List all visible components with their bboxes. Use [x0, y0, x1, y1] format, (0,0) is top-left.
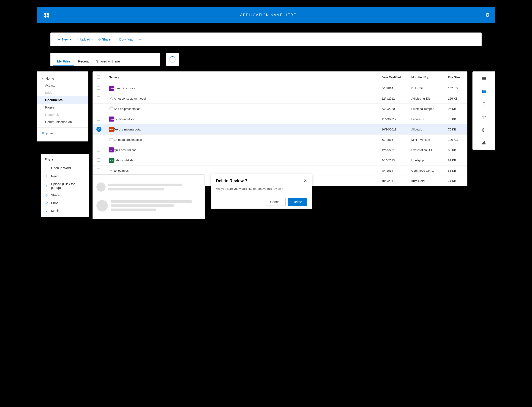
- table-row[interactable]: XLSLaboris nisi.xlsx4/16/2013Ut Aliquip8…: [93, 155, 467, 165]
- table-row[interactable]: ✓PPTDolore magna.potx10/10/2013Aliqua Ut…: [93, 124, 467, 135]
- more-button[interactable]: ···: [137, 36, 143, 43]
- row-date: 5/7/2016: [378, 135, 408, 145]
- table-row[interactable]: XSNLorem ipsum.xsn8/1/2014Dolor Sit102 K…: [93, 83, 467, 94]
- row-checkbox[interactable]: [93, 135, 105, 145]
- svg-text:PPT: PPT: [110, 129, 113, 131]
- row-checkbox[interactable]: [93, 155, 105, 165]
- table-row[interactable]: Enim ad.presentation5/7/2016Minim Veniam…: [93, 135, 467, 145]
- menu-lines-icon[interactable]: [480, 74, 488, 83]
- row-date: 12/25/2016: [378, 145, 408, 155]
- row-checkbox[interactable]: ✓: [93, 124, 105, 135]
- sidebar-item-communication[interactable]: Communication an...: [37, 118, 88, 126]
- sidebar-item-activity[interactable]: Activity: [37, 82, 88, 89]
- context-menu-new[interactable]: ＋ New: [41, 172, 89, 180]
- svg-point-41: [484, 105, 484, 106]
- code-braces-icon[interactable]: {}: [480, 126, 488, 134]
- sidebar-item-documents[interactable]: Documents: [37, 96, 88, 104]
- row-date: 10/6/2017: [378, 176, 408, 186]
- dialog-close-button[interactable]: ✕: [304, 178, 307, 183]
- delete-review-dialog: Delete Review ? ✕ Are you sure you would…: [211, 174, 312, 209]
- svg-rect-45: [483, 142, 484, 144]
- share-button[interactable]: ⎋ Share: [96, 36, 112, 43]
- upload-button[interactable]: ↑ Upload ▾: [75, 36, 95, 43]
- row-checkbox[interactable]: [93, 94, 105, 104]
- new-button[interactable]: ＋ New ▾: [55, 36, 73, 43]
- download-button[interactable]: ↓ Download: [114, 36, 135, 43]
- row-name[interactable]: XLSLaboris nisi.xlsx: [105, 155, 378, 165]
- row-modby: Adipiscing Elit: [408, 94, 444, 104]
- sidebar-item-pages[interactable]: Pages: [37, 104, 88, 111]
- table-row[interactable]: 1NQuis nostrud.one12/25/2016Exercitation…: [93, 145, 467, 155]
- sidebar-divider: [37, 127, 88, 128]
- preview-lines-2: [111, 200, 201, 211]
- col-date[interactable]: Date Modified: [378, 72, 408, 83]
- col-modby[interactable]: Modified By: [408, 72, 444, 83]
- check-icon: ✓: [96, 127, 102, 132]
- cancel-button[interactable]: Cancel: [265, 198, 286, 206]
- list-detail-icon[interactable]: [480, 87, 488, 95]
- preview-avatar-1: [96, 182, 106, 192]
- context-menu-share[interactable]: ⎋ Share: [41, 191, 89, 199]
- share-small-icon: ⎋: [45, 193, 49, 197]
- svg-point-0: [44, 13, 47, 15]
- row-name[interactable]: XSNIncididunt ut.xsn: [105, 114, 378, 124]
- svg-point-2: [44, 15, 47, 18]
- sidebar-item-news[interactable]: ⊞ News: [37, 130, 88, 138]
- row-checkbox[interactable]: [93, 104, 105, 114]
- upload-label: Upload: [80, 38, 90, 41]
- row-checkbox[interactable]: [93, 145, 105, 155]
- settings-icon[interactable]: ⚙: [485, 12, 490, 18]
- svg-point-1: [47, 13, 49, 15]
- file-chevron-icon: ▾: [52, 158, 53, 161]
- tab-recent[interactable]: Recent: [74, 57, 93, 66]
- row-name[interactable]: 1NQuis nostrud.one: [105, 145, 378, 155]
- sidebar-home[interactable]: ∧ Home: [37, 75, 88, 82]
- row-size: 68 KB: [444, 145, 467, 155]
- context-menu-open-word[interactable]: ⊞ Open in Word: [41, 164, 89, 172]
- tab-my-files[interactable]: My Files: [53, 57, 74, 66]
- preview-line-2a: [111, 200, 192, 203]
- context-menu-upload[interactable]: ↑ Upload (Click for popup): [41, 180, 89, 191]
- table-row[interactable]: XSNIncididunt ut.xsn11/23/2012Labore Et7…: [93, 114, 467, 124]
- col-size[interactable]: File Size: [444, 72, 467, 83]
- row-modby: Commodo Con...: [408, 165, 444, 176]
- row-checkbox[interactable]: [93, 165, 105, 176]
- upload-small-icon: ↑: [45, 184, 49, 188]
- svg-rect-20: [110, 139, 113, 141]
- col-name[interactable]: Name ↑: [105, 72, 378, 83]
- svg-rect-10: [97, 107, 100, 110]
- row-date: 12/4/2012: [378, 94, 408, 104]
- file-label: File: [45, 158, 50, 161]
- svg-point-3: [47, 15, 49, 18]
- row-size: 100 KB: [444, 135, 467, 145]
- svg-rect-11: [109, 106, 114, 111]
- row-name[interactable]: PPTDolore magna.potx: [105, 124, 378, 135]
- chart-icon[interactable]: [480, 139, 488, 147]
- svg-rect-35: [482, 90, 483, 91]
- context-menu-music[interactable]: ♪ Music: [41, 207, 89, 215]
- table-row[interactable]: Sed do.presentation5/20/2020Eiusmod Temp…: [93, 104, 467, 114]
- row-size: 126 KB: [444, 94, 467, 104]
- row-date: 4/4/2014: [378, 165, 408, 176]
- more-icon: ···: [139, 38, 142, 41]
- row-checkbox[interactable]: [93, 114, 105, 124]
- file-panel: Name ↑ Date Modified Modified By File Si…: [93, 71, 468, 186]
- preview-line-2c: [111, 209, 156, 211]
- phone-icon[interactable]: [480, 100, 488, 108]
- context-menu-print[interactable]: ⎙ Print: [41, 199, 89, 207]
- col-checkbox: [93, 72, 105, 83]
- svg-text:XSN: XSN: [110, 87, 114, 90]
- sidebar-home-label: Home: [46, 77, 54, 80]
- row-name[interactable]: Enim ad.presentation: [105, 135, 378, 145]
- wifi-icon[interactable]: [480, 113, 488, 121]
- context-menu-header[interactable]: File ▾: [41, 156, 89, 163]
- delete-button[interactable]: Delete: [288, 198, 307, 206]
- row-name[interactable]: Sed do.presentation: [105, 104, 378, 114]
- row-modby: Dolor Sit: [408, 83, 444, 94]
- table-row[interactable]: Amet consectetur.model12/4/2012Adipiscin…: [93, 94, 467, 104]
- top-bar: APPLICATION NAME HERE ⚙: [37, 7, 495, 23]
- row-checkbox[interactable]: [93, 83, 105, 94]
- row-name[interactable]: Amet consectetur.model: [105, 94, 378, 104]
- row-name[interactable]: XSNLorem ipsum.xsn: [105, 83, 378, 94]
- tab-shared-with-me[interactable]: Shared with me: [93, 57, 124, 66]
